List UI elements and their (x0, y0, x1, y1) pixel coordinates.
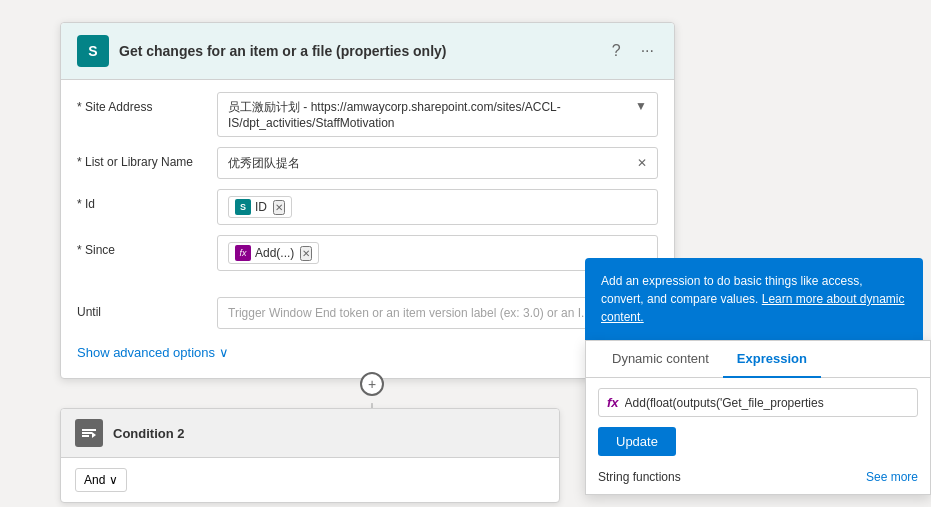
list-name-label: * List or Library Name (77, 147, 217, 169)
condition-icon-svg (81, 425, 97, 441)
main-card: S Get changes for an item or a file (pro… (60, 22, 675, 379)
until-label: Until (77, 297, 217, 319)
expression-value: Add(float(outputs('Get_file_properties (625, 396, 909, 410)
condition-icon (75, 419, 103, 447)
site-address-value: 员工激励计划 - https://amwaycorp.sharepoint.co… (228, 99, 635, 130)
tab-dynamic-content[interactable]: Dynamic content (598, 341, 723, 378)
list-name-clear-button[interactable]: ✕ (637, 156, 647, 170)
chevron-down-icon: ∨ (219, 345, 229, 360)
since-label: * Since (77, 235, 217, 257)
condition-header: Condition 2 (61, 409, 559, 458)
add-step-button[interactable]: + (360, 372, 384, 396)
show-advanced-label: Show advanced options (77, 345, 215, 360)
card-header-left: S Get changes for an item or a file (pro… (77, 35, 447, 67)
svg-marker-3 (92, 432, 96, 438)
and-label: And (84, 473, 105, 487)
card-title: Get changes for an item or a file (prope… (119, 43, 447, 59)
card-body: * Site Address 员工激励计划 - https://amwaycor… (61, 80, 674, 378)
site-address-label: * Site Address (77, 92, 217, 114)
and-chevron-icon: ∨ (109, 473, 118, 487)
expr-body: fx Add(float(outputs('Get_file_propertie… (586, 378, 930, 494)
card-header-right: ? ··· (608, 40, 658, 62)
since-token: fx Add(...) ✕ (228, 242, 319, 264)
expression-panel: Dynamic content Expression fx Add(float(… (585, 340, 931, 495)
tooltip-popup: Add an expression to do basic things lik… (585, 258, 923, 340)
condition-card: Condition 2 And ∨ (60, 408, 560, 503)
list-name-value: 优秀团队提名 (228, 155, 637, 172)
add-dynamic-link[interactable]: Add dyna... (77, 277, 658, 291)
svg-rect-2 (82, 435, 89, 437)
id-input[interactable]: S ID ✕ (217, 189, 658, 225)
until-row: Until Trigger Window End token or an ite… (77, 297, 658, 329)
and-dropdown[interactable]: And ∨ (75, 468, 127, 492)
site-address-dropdown-icon: ▼ (635, 99, 647, 113)
see-more-link[interactable]: See more (866, 470, 918, 484)
fx-icon: fx (607, 395, 619, 410)
svg-rect-0 (82, 429, 96, 431)
expression-input[interactable]: fx Add(float(outputs('Get_file_propertie… (598, 388, 918, 417)
id-token-close-button[interactable]: ✕ (273, 200, 285, 215)
since-token-label: Add(...) (255, 246, 294, 260)
id-label: * Id (77, 189, 217, 211)
site-address-row: * Site Address 员工激励计划 - https://amwaycor… (77, 92, 658, 137)
since-token-icon: fx (235, 245, 251, 261)
card-header: S Get changes for an item or a file (pro… (61, 23, 674, 80)
show-advanced-options[interactable]: Show advanced options ∨ (77, 339, 658, 366)
id-row: * Id S ID ✕ (77, 189, 658, 225)
string-functions-label: String functions (598, 470, 681, 484)
expr-footer: String functions See more (598, 464, 918, 484)
card-icon-s: S (77, 35, 109, 67)
tab-expression[interactable]: Expression (723, 341, 821, 378)
id-token-icon: S (235, 199, 251, 215)
id-token: S ID ✕ (228, 196, 292, 218)
list-name-row: * List or Library Name 优秀团队提名 ✕ (77, 147, 658, 179)
site-address-input[interactable]: 员工激励计划 - https://amwaycorp.sharepoint.co… (217, 92, 658, 137)
help-button[interactable]: ? (608, 40, 625, 62)
since-row: * Since fx Add(...) ✕ (77, 235, 658, 271)
update-button[interactable]: Update (598, 427, 676, 456)
id-token-label: ID (255, 200, 267, 214)
more-options-button[interactable]: ··· (637, 40, 658, 62)
condition-title: Condition 2 (113, 426, 185, 441)
condition-body: And ∨ (61, 458, 559, 502)
since-token-close-button[interactable]: ✕ (300, 246, 312, 261)
list-name-input[interactable]: 优秀团队提名 ✕ (217, 147, 658, 179)
svg-rect-1 (82, 432, 92, 434)
expr-tabs: Dynamic content Expression (586, 341, 930, 378)
until-placeholder: Trigger Window End token or an item vers… (228, 306, 591, 320)
